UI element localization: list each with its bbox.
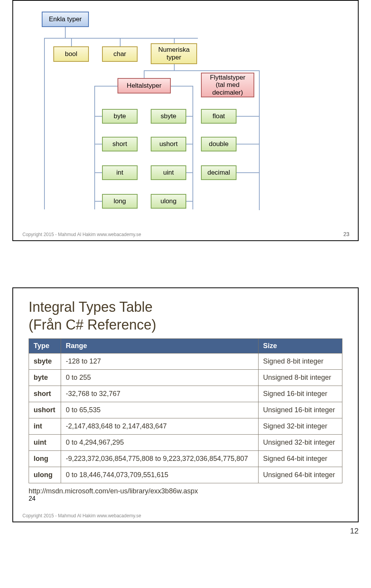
node-decimal: decimal bbox=[201, 165, 237, 180]
col-header-size: Size bbox=[258, 339, 342, 353]
node-byte: byte bbox=[102, 109, 138, 124]
node-flyttalstyper: Flyttalstyper (tal med decimaler) bbox=[201, 73, 254, 97]
node-numeriska-typer: Numeriska typer bbox=[151, 43, 197, 64]
node-sbyte: sbyte bbox=[151, 109, 186, 124]
table-row: short -32,768 to 32,767 Signed 16-bit in… bbox=[29, 386, 342, 402]
node-heltalstyper: Heltalstyper bbox=[117, 78, 171, 93]
node-long: long bbox=[102, 194, 138, 209]
integral-types-table: Type Range Size sbyte -128 to 127 Signed… bbox=[29, 338, 342, 483]
document-page-number: 12 bbox=[350, 527, 359, 535]
table-row: ulong 0 to 18,446,744,073,709,551,615 Un… bbox=[29, 467, 342, 483]
slide-enkla-typer: Enkla typer bool char Numeriska typer He… bbox=[12, 0, 359, 241]
slide2-page-number: 24 bbox=[29, 495, 342, 502]
slide1-copyright: Copyright 2015 - Mahmud Al Hakim www.web… bbox=[22, 232, 141, 237]
table-row: byte 0 to 255 Unsigned 8-bit integer bbox=[29, 370, 342, 386]
type-hierarchy-diagram: Enkla typer bool char Numeriska typer He… bbox=[21, 8, 345, 221]
slide-integral-types: Integral Types Table (Från C# Reference)… bbox=[12, 287, 359, 522]
node-double: double bbox=[201, 137, 237, 151]
slide1-page-number: 23 bbox=[343, 231, 349, 237]
col-header-range: Range bbox=[61, 339, 259, 353]
table-row: ushort 0 to 65,535 Unsigned 16-bit integ… bbox=[29, 402, 342, 418]
table-row: long -9,223,372,036,854,775,808 to 9,223… bbox=[29, 451, 342, 467]
reference-url: http://msdn.microsoft.com/en-us/library/… bbox=[29, 487, 342, 495]
node-short: short bbox=[102, 137, 138, 151]
node-char: char bbox=[102, 46, 138, 62]
slide2-copyright: Copyright 2015 - Mahmud Al Hakim www.web… bbox=[22, 513, 141, 518]
node-uint: uint bbox=[151, 165, 186, 180]
table-row: sbyte -128 to 127 Signed 8-bit integer bbox=[29, 353, 342, 370]
node-int: int bbox=[102, 165, 138, 180]
node-ulong: ulong bbox=[151, 194, 186, 209]
col-header-type: Type bbox=[29, 339, 61, 353]
node-bool: bool bbox=[53, 46, 89, 62]
table-title: Integral Types Table bbox=[29, 299, 342, 315]
table-subtitle: (Från C# Reference) bbox=[29, 317, 342, 333]
node-enkla-typer: Enkla typer bbox=[42, 12, 89, 27]
node-float: float bbox=[201, 109, 237, 124]
table-row: int -2,147,483,648 to 2,147,483,647 Sign… bbox=[29, 418, 342, 435]
node-ushort: ushort bbox=[151, 137, 186, 151]
table-row: uint 0 to 4,294,967,295 Unsigned 32-bit … bbox=[29, 435, 342, 451]
